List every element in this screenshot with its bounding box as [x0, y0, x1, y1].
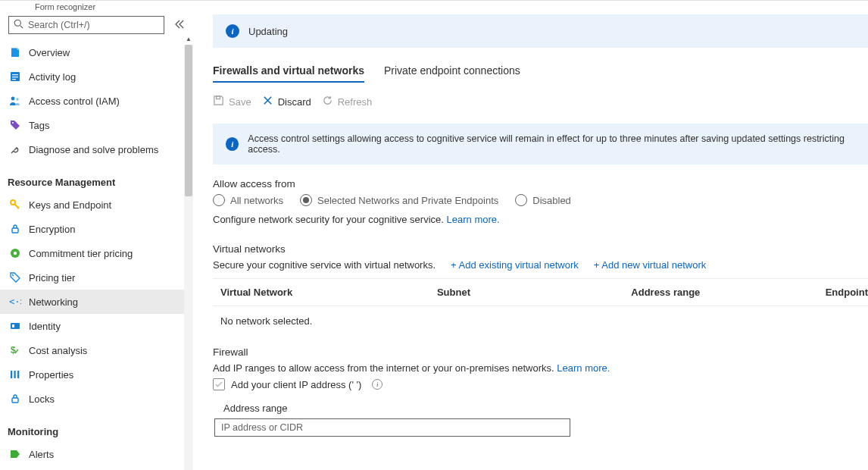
info-icon: i	[226, 24, 239, 38]
sidebar-item-label: Tags	[29, 120, 49, 131]
search-input[interactable]: Search (Ctrl+/)	[8, 16, 164, 34]
identity-icon	[9, 320, 21, 332]
vnet-empty-row: No network selected.	[213, 306, 868, 333]
sidebar-item-label: Keys and Endpoint	[29, 199, 111, 211]
address-range-input[interactable]: IP address or CIDR	[214, 418, 570, 437]
overview-icon	[9, 46, 21, 58]
svg-rect-10	[12, 228, 18, 233]
sidebar-item-keys[interactable]: Keys and Endpoint	[0, 193, 193, 217]
svg-rect-19	[17, 371, 19, 378]
sidebar-item-label: Diagnose and solve problems	[29, 144, 158, 155]
col-address-range: Address range	[631, 287, 825, 298]
properties-icon	[9, 368, 21, 381]
info-icon: i	[226, 137, 239, 151]
discard-icon	[262, 95, 273, 108]
radio-circle-icon	[515, 194, 527, 206]
svg-rect-5	[12, 79, 16, 80]
sidebar-item-locks[interactable]: Locks	[0, 387, 193, 411]
search-placeholder: Search (Ctrl+/)	[28, 20, 90, 30]
radio-disabled[interactable]: Disabled	[515, 194, 571, 206]
tab-firewalls[interactable]: Firewalls and virtual networks	[213, 64, 364, 83]
sidebar-item-label: Networking	[29, 296, 78, 308]
sidebar-item-label: Identity	[29, 321, 61, 332]
info-icon[interactable]: i	[372, 379, 382, 390]
scroll-thumb[interactable]	[185, 45, 192, 196]
tab-private-endpoints[interactable]: Private endpoint connections	[384, 64, 520, 83]
save-button[interactable]: Save	[213, 95, 251, 108]
svg-line-1	[20, 26, 23, 29]
sidebar-item-label: Alerts	[29, 449, 54, 460]
add-existing-vnet-link[interactable]: + Add existing virtual network	[451, 259, 579, 271]
allow-access-radios: All networks Selected Networks and Priva…	[213, 194, 868, 206]
radio-circle-selected-icon	[300, 194, 312, 206]
pricing-icon	[9, 271, 21, 284]
sidebar-item-overview[interactable]: Overview	[0, 40, 193, 64]
collapse-sidebar-button[interactable]	[170, 20, 189, 31]
radio-circle-icon	[213, 194, 225, 206]
vnet-table: Virtual Network Subnet Address range End…	[213, 278, 868, 333]
svg-rect-17	[11, 371, 12, 378]
svg-point-0	[14, 20, 20, 26]
address-range-label: Address range	[223, 403, 868, 414]
sidebar-item-identity[interactable]: Identity	[0, 314, 193, 338]
checkbox-icon	[213, 378, 225, 390]
col-subnet: Subnet	[437, 287, 631, 298]
sidebar-item-properties[interactable]: Properties	[0, 362, 193, 387]
lock-icon	[9, 223, 21, 235]
firewall-learn-more-link[interactable]: Learn more.	[557, 362, 610, 374]
add-new-vnet-link[interactable]: + Add new virtual network	[594, 259, 707, 271]
svg-point-7	[16, 98, 18, 100]
svg-rect-22	[217, 96, 220, 99]
vnet-desc: Secure your cognitive service with virtu…	[213, 259, 436, 271]
sidebar-item-label: Cost analysis	[29, 345, 87, 356]
configure-text: Configure network security for your cogn…	[213, 214, 868, 225]
sidebar-item-access-control[interactable]: Access control (IAM)	[0, 89, 193, 113]
activity-log-icon	[9, 70, 21, 83]
firewall-desc: Add IP ranges to allow access from the i…	[213, 362, 868, 374]
scroll-up-icon[interactable]: ▲	[184, 34, 193, 43]
tabs: Firewalls and virtual networks Private e…	[213, 64, 868, 83]
learn-more-link[interactable]: Learn more.	[447, 214, 500, 225]
sidebar-item-label: Commitment tier pricing	[29, 248, 133, 259]
sidebar-item-label: Properties	[29, 369, 73, 381]
alerts-icon	[9, 448, 21, 460]
updating-banner: i Updating	[213, 14, 868, 48]
refresh-button[interactable]: Refresh	[322, 95, 373, 108]
radio-all-networks[interactable]: All networks	[213, 194, 283, 206]
sidebar-item-encryption[interactable]: Encryption	[0, 217, 193, 241]
sidebar-item-pricing[interactable]: Pricing tier	[0, 265, 193, 290]
sidebar-item-diagnose[interactable]: Diagnose and solve problems	[0, 137, 193, 161]
sidebar-item-networking[interactable]: <·> Networking	[0, 290, 193, 314]
allow-access-heading: Allow access from	[213, 178, 868, 190]
lock-icon	[9, 393, 21, 405]
sidebar-item-alerts[interactable]: Alerts	[0, 442, 193, 466]
discard-button[interactable]: Discard	[262, 95, 311, 108]
sidebar-item-commitment[interactable]: Commitment tier pricing	[0, 241, 193, 265]
svg-text:<·>: <·>	[9, 296, 21, 307]
sidebar-item-cost[interactable]: $ Cost analysis	[0, 338, 193, 362]
access-notice-text: Access control settings allowing access …	[248, 133, 855, 155]
main-panel: i Updating Firewalls and virtual network…	[193, 1, 868, 470]
svg-point-8	[12, 122, 14, 124]
table-header: Virtual Network Subnet Address range End…	[213, 278, 868, 306]
sidebar-scrollbar[interactable]: ▲	[184, 45, 193, 470]
resource-type-label: Form recognizer	[0, 1, 193, 14]
sidebar-item-activity-log[interactable]: Activity log	[0, 64, 193, 89]
save-icon	[213, 95, 224, 108]
sidebar-item-label: Access control (IAM)	[29, 96, 120, 107]
radio-selected-networks[interactable]: Selected Networks and Private Endpoints	[300, 194, 498, 206]
diagnose-icon	[9, 143, 21, 155]
command-bar: Save Discard Refresh	[213, 95, 868, 108]
cost-icon: $	[9, 344, 21, 356]
access-control-icon	[9, 95, 21, 107]
sidebar-item-tags[interactable]: Tags	[0, 113, 193, 137]
svg-rect-20	[12, 398, 18, 403]
sidebar-item-label: Encryption	[29, 224, 75, 235]
svg-point-6	[11, 97, 15, 101]
sidebar-item-label: Locks	[29, 393, 55, 405]
svg-text:$: $	[11, 345, 16, 356]
add-client-ip-checkbox[interactable]: Add your client IP address (' ') i	[213, 378, 382, 390]
search-icon	[14, 19, 23, 31]
tags-icon	[9, 119, 21, 131]
svg-rect-21	[11, 450, 17, 458]
